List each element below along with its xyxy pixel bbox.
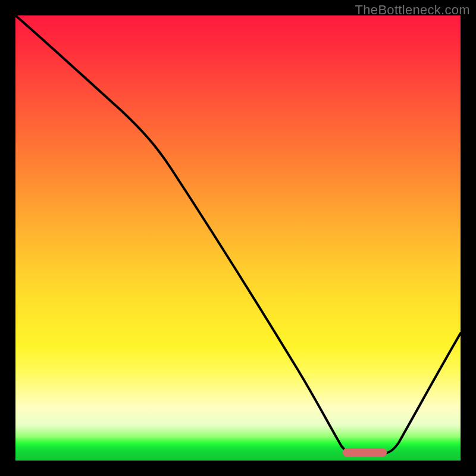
- chart-frame: TheBottleneck.com: [0, 0, 476, 476]
- watermark-text: TheBottleneck.com: [355, 2, 470, 18]
- bottleneck-curve: [15, 15, 461, 461]
- optimal-range-marker: [343, 448, 387, 457]
- plot-area: [15, 15, 461, 461]
